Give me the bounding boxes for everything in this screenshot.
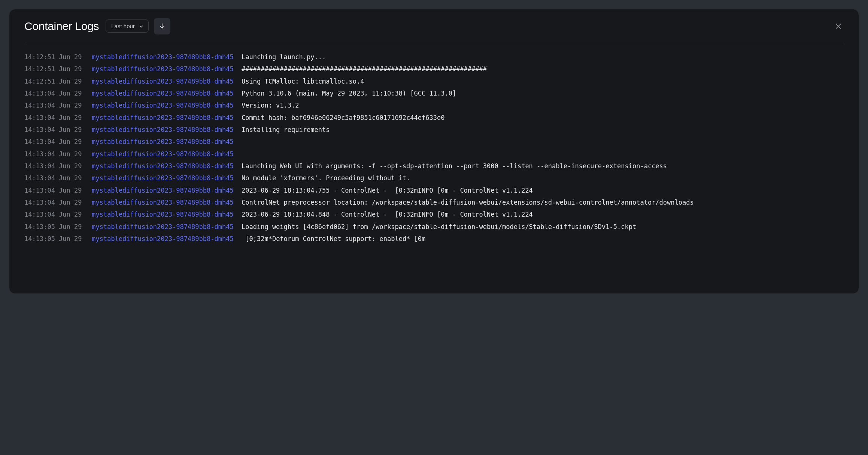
log-list: 14:12:51 Jun 29mystablediffusion2023-987…	[24, 52, 844, 244]
log-timestamp: 14:13:04 Jun 29	[24, 173, 92, 183]
log-source[interactable]: mystablediffusion2023-987489bb8-dmh45	[92, 100, 242, 110]
log-source[interactable]: mystablediffusion2023-987489bb8-dmh45	[92, 186, 242, 195]
log-message: Commit hash: baf6946e06249c5af9851c60171…	[242, 113, 844, 123]
log-row: 14:13:04 Jun 29mystablediffusion2023-987…	[24, 113, 844, 123]
log-row: 14:12:51 Jun 29mystablediffusion2023-987…	[24, 76, 844, 86]
log-row: 14:13:05 Jun 29mystablediffusion2023-987…	[24, 234, 844, 244]
download-button[interactable]	[154, 18, 170, 34]
log-message: Loading weights [4c86efd062] from /works…	[242, 222, 844, 232]
chevron-down-icon	[139, 24, 143, 28]
log-source[interactable]: mystablediffusion2023-987489bb8-dmh45	[92, 52, 242, 62]
log-row: 14:13:04 Jun 29mystablediffusion2023-987…	[24, 210, 844, 219]
log-row: 14:12:51 Jun 29mystablediffusion2023-987…	[24, 52, 844, 62]
panel-header: Container Logs Last hour	[24, 9, 844, 43]
log-timestamp: 14:13:04 Jun 29	[24, 210, 92, 219]
log-row: 14:13:04 Jun 29mystablediffusion2023-987…	[24, 137, 844, 147]
log-timestamp: 14:13:04 Jun 29	[24, 137, 92, 147]
log-row: 14:12:51 Jun 29mystablediffusion2023-987…	[24, 64, 844, 74]
log-message: ########################################…	[242, 64, 844, 74]
log-row: 14:13:04 Jun 29mystablediffusion2023-987…	[24, 100, 844, 110]
log-source[interactable]: mystablediffusion2023-987489bb8-dmh45	[92, 125, 242, 135]
log-message: Installing requirements	[242, 125, 844, 135]
page-title: Container Logs	[24, 20, 99, 33]
log-message: Launching Web UI with arguments: -f --op…	[242, 161, 844, 171]
log-row: 14:13:04 Jun 29mystablediffusion2023-987…	[24, 173, 844, 183]
log-message: 2023-06-29 18:13:04,755 - ControlNet - […	[242, 186, 844, 195]
time-range-select[interactable]: Last hour	[106, 19, 149, 33]
close-icon	[835, 22, 842, 30]
log-timestamp: 14:13:04 Jun 29	[24, 125, 92, 135]
log-timestamp: 14:12:51 Jun 29	[24, 76, 92, 86]
log-message: Python 3.10.6 (main, May 29 2023, 11:10:…	[242, 88, 844, 98]
log-timestamp: 14:13:04 Jun 29	[24, 186, 92, 195]
log-row: 14:13:04 Jun 29mystablediffusion2023-987…	[24, 149, 844, 159]
log-source[interactable]: mystablediffusion2023-987489bb8-dmh45	[92, 210, 242, 219]
download-icon	[158, 22, 166, 30]
log-timestamp: 14:13:04 Jun 29	[24, 88, 92, 98]
log-message: [0;32m*Deforum ControlNet support: enabl…	[242, 234, 844, 244]
log-source[interactable]: mystablediffusion2023-987489bb8-dmh45	[92, 198, 242, 207]
log-row: 14:13:04 Jun 29mystablediffusion2023-987…	[24, 198, 844, 207]
time-range-label: Last hour	[111, 23, 135, 29]
logs-panel: Container Logs Last hour 14:12:51 Jun 29…	[9, 9, 859, 294]
log-row: 14:13:04 Jun 29mystablediffusion2023-987…	[24, 88, 844, 98]
log-source[interactable]: mystablediffusion2023-987489bb8-dmh45	[92, 76, 242, 86]
log-row: 14:13:05 Jun 29mystablediffusion2023-987…	[24, 222, 844, 232]
log-message: Version: v1.3.2	[242, 100, 844, 110]
log-source[interactable]: mystablediffusion2023-987489bb8-dmh45	[92, 64, 242, 74]
log-source[interactable]: mystablediffusion2023-987489bb8-dmh45	[92, 234, 242, 244]
log-source[interactable]: mystablediffusion2023-987489bb8-dmh45	[92, 149, 242, 159]
log-row: 14:13:04 Jun 29mystablediffusion2023-987…	[24, 186, 844, 195]
log-timestamp: 14:13:05 Jun 29	[24, 222, 92, 232]
log-timestamp: 14:13:04 Jun 29	[24, 100, 92, 110]
log-message: 2023-06-29 18:13:04,848 - ControlNet - […	[242, 210, 844, 219]
log-row: 14:13:04 Jun 29mystablediffusion2023-987…	[24, 161, 844, 171]
log-source[interactable]: mystablediffusion2023-987489bb8-dmh45	[92, 222, 242, 232]
log-timestamp: 14:13:04 Jun 29	[24, 198, 92, 207]
log-timestamp: 14:13:04 Jun 29	[24, 113, 92, 123]
log-timestamp: 14:13:05 Jun 29	[24, 234, 92, 244]
log-timestamp: 14:13:04 Jun 29	[24, 161, 92, 171]
close-button[interactable]	[833, 21, 844, 31]
log-message: ControlNet preprocessor location: /works…	[242, 198, 844, 207]
log-source[interactable]: mystablediffusion2023-987489bb8-dmh45	[92, 88, 242, 98]
log-source[interactable]: mystablediffusion2023-987489bb8-dmh45	[92, 137, 242, 147]
log-message: Using TCMalloc: libtcmalloc.so.4	[242, 76, 844, 86]
log-source[interactable]: mystablediffusion2023-987489bb8-dmh45	[92, 161, 242, 171]
log-message: Launching launch.py...	[242, 52, 844, 62]
log-timestamp: 14:13:04 Jun 29	[24, 149, 92, 159]
log-timestamp: 14:12:51 Jun 29	[24, 52, 92, 62]
log-timestamp: 14:12:51 Jun 29	[24, 64, 92, 74]
log-row: 14:13:04 Jun 29mystablediffusion2023-987…	[24, 125, 844, 135]
log-message: No module 'xformers'. Proceeding without…	[242, 173, 844, 183]
log-source[interactable]: mystablediffusion2023-987489bb8-dmh45	[92, 113, 242, 123]
log-source[interactable]: mystablediffusion2023-987489bb8-dmh45	[92, 173, 242, 183]
